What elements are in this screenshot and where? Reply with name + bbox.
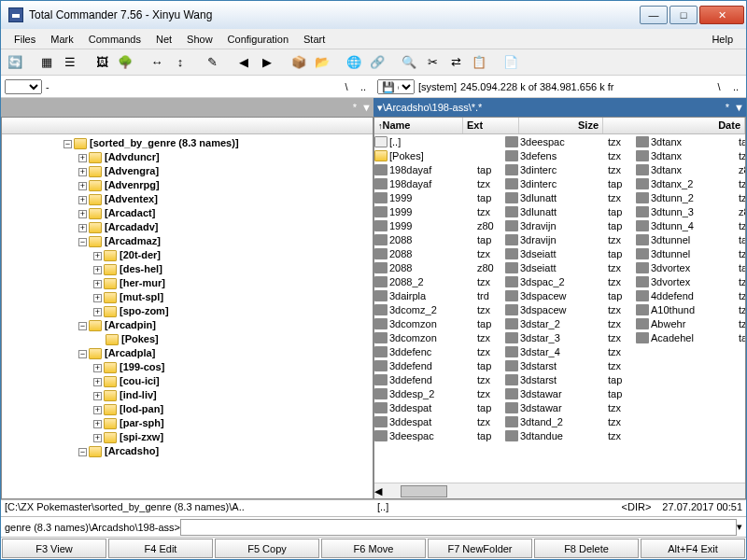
up-icon[interactable]: .. bbox=[357, 81, 370, 92]
file-row[interactable]: 1999tzx bbox=[374, 204, 505, 218]
tree-node[interactable]: +[Adventex] bbox=[4, 192, 371, 206]
col-ext[interactable]: Ext bbox=[463, 118, 519, 133]
tree-node[interactable]: +[cou-ici] bbox=[4, 374, 371, 388]
file-row[interactable]: 3ddefendtap bbox=[374, 358, 505, 372]
file-row[interactable]: 3dcomzontzx bbox=[374, 330, 505, 344]
toggle-icon[interactable]: + bbox=[93, 294, 102, 302]
toggle-icon[interactable]: − bbox=[78, 238, 87, 246]
tree-node[interactable]: −[Arcadmaz] bbox=[4, 234, 371, 248]
file-row[interactable]: 3dstarsttap bbox=[505, 372, 636, 386]
f8-delete[interactable]: F8 Delete bbox=[534, 539, 639, 558]
toggle-icon[interactable]: − bbox=[63, 140, 72, 148]
file-row[interactable]: 198dayaftap bbox=[374, 162, 505, 176]
toggle-icon[interactable]: − bbox=[78, 350, 87, 358]
file-row[interactable]: Acadeheltap bbox=[636, 330, 745, 344]
menu-start[interactable]: Start bbox=[296, 32, 332, 47]
right-files[interactable]: [..][Pokes]198dayaftap198dayaftzx1999tap… bbox=[374, 134, 745, 483]
left-drive-select[interactable] bbox=[5, 79, 42, 94]
toggle-icon[interactable]: + bbox=[93, 266, 102, 274]
toggle-icon[interactable]: + bbox=[78, 210, 87, 218]
minimize-button[interactable]: — bbox=[640, 6, 668, 24]
hscrollbar[interactable]: ◀ bbox=[374, 483, 745, 498]
toggle-icon[interactable]: + bbox=[93, 378, 102, 386]
tree-node[interactable]: −[Arcadpla] bbox=[4, 346, 371, 360]
file-row[interactable]: 198dayaftzx bbox=[374, 176, 505, 190]
favorites-icon[interactable]: ▼ bbox=[734, 102, 744, 113]
toggle-icon[interactable]: + bbox=[93, 434, 102, 442]
file-row[interactable]: 3dstarsttzx bbox=[505, 358, 636, 372]
file-row[interactable]: [Pokes] bbox=[374, 148, 505, 162]
copy-names-icon[interactable]: 📋 bbox=[469, 52, 489, 73]
history-icon[interactable]: * bbox=[353, 102, 357, 113]
file-row[interactable]: 3dspacewtzx bbox=[505, 302, 636, 316]
col-name[interactable]: ↑Name bbox=[374, 118, 463, 133]
f3-view[interactable]: F3 View bbox=[2, 539, 106, 558]
menu-mark[interactable]: Mark bbox=[43, 32, 80, 47]
back-icon[interactable]: ◀ bbox=[233, 52, 254, 73]
tree-node[interactable]: −[Arcadpin] bbox=[4, 318, 371, 332]
toggle-icon[interactable]: + bbox=[93, 280, 102, 288]
file-row[interactable]: 1999z80 bbox=[374, 218, 505, 232]
toggle-icon[interactable]: + bbox=[78, 168, 87, 176]
sync-icon[interactable]: ⇄ bbox=[445, 52, 466, 73]
tree-node[interactable]: +[par-sph] bbox=[4, 416, 371, 430]
file-row[interactable]: 3dseiatttzx bbox=[505, 260, 636, 274]
file-row[interactable]: 3dtunn_2tzx bbox=[636, 190, 745, 204]
file-row[interactable]: 2088tzx bbox=[374, 246, 505, 260]
tree-node[interactable]: +[Arcadact] bbox=[4, 206, 371, 220]
toggle-icon[interactable]: + bbox=[93, 406, 102, 414]
file-row[interactable]: 3dlunatttzx bbox=[505, 190, 636, 204]
file-row[interactable]: 3dstar_4tzx bbox=[505, 344, 636, 358]
pack-icon[interactable]: 📦 bbox=[289, 52, 309, 73]
toggle-icon[interactable]: − bbox=[78, 322, 87, 330]
file-row[interactable]: 3dtunn_3z80 bbox=[636, 204, 745, 218]
close-button[interactable]: ✕ bbox=[699, 6, 744, 24]
file-row[interactable]: 4ddefendtzx bbox=[636, 288, 745, 302]
file-row[interactable]: 3dspac_2tzx bbox=[505, 274, 636, 288]
col-size[interactable]: Size bbox=[519, 118, 603, 133]
toggle-icon[interactable]: + bbox=[93, 364, 102, 372]
file-row[interactable]: 3dlunatttap bbox=[505, 204, 636, 218]
maximize-button[interactable]: □ bbox=[669, 6, 698, 24]
notepad-icon[interactable]: 📄 bbox=[500, 52, 521, 73]
file-row[interactable]: 2088tap bbox=[374, 232, 505, 246]
f5-copy[interactable]: F5 Copy bbox=[215, 539, 319, 558]
toggle-icon[interactable]: + bbox=[78, 224, 87, 232]
url-icon[interactable]: 🔗 bbox=[367, 52, 388, 73]
swap-icon[interactable]: ↔ bbox=[147, 52, 167, 73]
file-row[interactable]: 3dspacewtap bbox=[505, 288, 636, 302]
menu-commands[interactable]: Commands bbox=[81, 32, 148, 47]
root-icon[interactable]: \ bbox=[340, 81, 353, 92]
file-row[interactable]: 3dravijntap bbox=[505, 218, 636, 232]
view-brief-icon[interactable]: ▦ bbox=[36, 52, 57, 73]
left-path[interactable]: * ▼ bbox=[1, 98, 374, 117]
file-row[interactable]: 3ddespattap bbox=[374, 400, 505, 414]
toggle-icon[interactable]: − bbox=[78, 448, 87, 456]
multi-rename-icon[interactable]: ✂ bbox=[422, 52, 443, 73]
view-full-icon[interactable]: ☰ bbox=[60, 52, 80, 73]
tree-node[interactable]: −[sorted_by_genre (8.3 names)] bbox=[4, 136, 371, 150]
ftp-icon[interactable]: 🌐 bbox=[344, 52, 364, 73]
tree-node[interactable]: +[Advduncr] bbox=[4, 150, 371, 164]
file-row[interactable]: 3dstawartzx bbox=[505, 400, 636, 414]
file-row[interactable]: [..] bbox=[374, 134, 505, 148]
menu-configuration[interactable]: Configuration bbox=[220, 32, 296, 47]
left-tree[interactable]: −[sorted_by_genre (8.3 names)]+[Advduncr… bbox=[2, 134, 373, 498]
toggle-icon[interactable]: + bbox=[78, 196, 87, 204]
file-row[interactable]: 3dravijntzx bbox=[505, 232, 636, 246]
file-row[interactable]: 3deespactap bbox=[374, 428, 505, 442]
cmd-dropdown-icon[interactable]: ▾ bbox=[737, 521, 742, 533]
file-row[interactable]: 3dtanxtzx bbox=[636, 148, 745, 162]
thumbnails-icon[interactable]: 🖼 bbox=[92, 52, 112, 73]
menu-files[interactable]: Files bbox=[7, 32, 43, 47]
refresh-icon[interactable]: 🔄 bbox=[5, 52, 25, 73]
cmd-input[interactable] bbox=[180, 519, 737, 536]
tree-node[interactable]: +[Advengra] bbox=[4, 164, 371, 178]
menu-show[interactable]: Show bbox=[179, 32, 220, 47]
tree-node[interactable]: +[199-cos] bbox=[4, 360, 371, 374]
file-row[interactable]: 3dtunneltap bbox=[636, 232, 745, 246]
f7-newfolder[interactable]: F7 NewFolder bbox=[428, 539, 532, 558]
tree-icon[interactable]: 🌳 bbox=[115, 52, 135, 73]
f6-move[interactable]: F6 Move bbox=[321, 539, 426, 558]
target-icon[interactable]: ↕ bbox=[170, 52, 190, 73]
